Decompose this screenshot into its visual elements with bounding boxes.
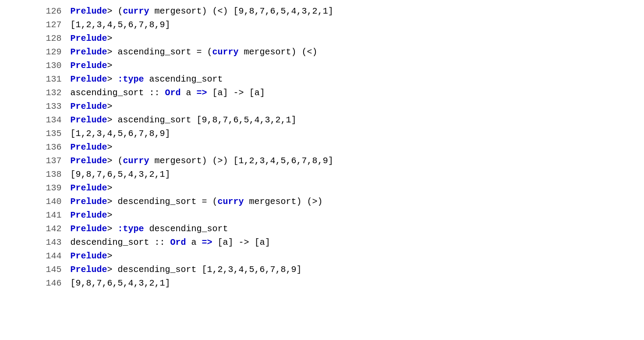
keyword-span: Prelude (71, 156, 107, 166)
line-content: Prelude> (71, 249, 644, 263)
keyword-span: Prelude (71, 115, 107, 125)
normal-span: mergesort) (>) (244, 197, 323, 207)
line-content: Prelude> (curry mergesort) (<) [9,8,7,6,… (71, 4, 644, 18)
normal-span: descending_sort :: (71, 237, 170, 247)
line-number: 141 (0, 208, 71, 222)
line-number: 131 (0, 72, 71, 86)
line-content: Prelude> (71, 181, 644, 195)
line-number: 138 (0, 168, 71, 181)
normal-span: a (181, 88, 197, 98)
keyword-span: :type (118, 224, 144, 234)
keyword-span: Ord (165, 88, 181, 98)
line-content: Prelude> (71, 32, 644, 45)
line-number: 130 (0, 59, 71, 72)
normal-span: ascending_sort :: (71, 88, 165, 98)
table-row: 138[9,8,7,6,5,4,3,2,1] (0, 168, 644, 181)
line-number: 132 (0, 86, 71, 100)
keyword-span: Prelude (71, 33, 107, 43)
keyword-span: curry (123, 156, 149, 166)
table-row: 129Prelude> ascending_sort = (curry merg… (0, 45, 644, 59)
normal-span: > ascending_sort [9,8,7,6,5,4,3,2,1] (107, 115, 297, 125)
table-row: 126Prelude> (curry mergesort) (<) [9,8,7… (0, 4, 644, 18)
normal-span: > (107, 210, 113, 220)
table-row: 136Prelude> (0, 140, 644, 154)
table-row: 130Prelude> (0, 59, 644, 72)
keyword-span: Prelude (71, 224, 107, 234)
normal-span: mergesort) (<) (239, 47, 318, 57)
keyword-span: Prelude (71, 142, 107, 152)
keyword-span: Prelude (71, 251, 107, 261)
normal-span: [9,8,7,6,5,4,3,2,1] (71, 169, 170, 179)
line-number: 133 (0, 100, 71, 113)
line-content: Prelude> (71, 100, 644, 113)
line-content: Prelude> ascending_sort [9,8,7,6,5,4,3,2… (71, 113, 644, 127)
keyword-span: Prelude (71, 101, 107, 111)
line-content: Prelude> (71, 140, 644, 154)
normal-span: > descending_sort [1,2,3,4,5,6,7,8,9] (107, 265, 302, 275)
keyword-span: Prelude (71, 210, 107, 220)
keyword-span: Prelude (71, 74, 107, 84)
line-content: [1,2,3,4,5,6,7,8,9] (71, 127, 644, 140)
keyword-span: curry (123, 6, 149, 16)
line-number: 128 (0, 32, 71, 45)
line-number: 127 (0, 18, 71, 32)
keyword-span: Prelude (71, 61, 107, 71)
line-content: [9,8,7,6,5,4,3,2,1] (71, 168, 644, 181)
fat-arrow-span: => (202, 237, 212, 247)
normal-span: > (107, 224, 118, 234)
line-number: 129 (0, 45, 71, 59)
normal-span: > (107, 61, 113, 71)
normal-span: > (107, 74, 118, 84)
keyword-span: Prelude (71, 197, 107, 207)
normal-span: [1,2,3,4,5,6,7,8,9] (71, 20, 170, 30)
table-row: 141Prelude> (0, 208, 644, 222)
line-content: Prelude> (71, 208, 644, 222)
line-number: 134 (0, 113, 71, 127)
line-content: Prelude> (71, 59, 644, 72)
table-row: 135[1,2,3,4,5,6,7,8,9] (0, 127, 644, 140)
table-row: 132ascending_sort :: Ord a => [a] -> [a] (0, 86, 644, 100)
table-row: 140Prelude> descending_sort = (curry mer… (0, 195, 644, 208)
keyword-span: Prelude (71, 183, 107, 193)
table-row: 145Prelude> descending_sort [1,2,3,4,5,6… (0, 263, 644, 276)
table-row: 146[9,8,7,6,5,4,3,2,1] (0, 276, 644, 290)
keyword-span: Prelude (71, 6, 107, 16)
keyword-span: curry (218, 197, 244, 207)
line-content: Prelude> (curry mergesort) (>) [1,2,3,4,… (71, 154, 644, 168)
normal-span: > ( (107, 6, 123, 16)
normal-span: [1,2,3,4,5,6,7,8,9] (71, 129, 170, 139)
fat-arrow-span: => (197, 88, 207, 98)
line-content: Prelude> descending_sort = (curry merges… (71, 195, 644, 208)
normal-span: > (107, 33, 113, 43)
line-number: 136 (0, 140, 71, 154)
table-row: 131Prelude> :type ascending_sort (0, 72, 644, 86)
table-row: 127[1,2,3,4,5,6,7,8,9] (0, 18, 644, 32)
normal-span: [a] -> [a] (207, 88, 265, 98)
line-content: Prelude> :type descending_sort (71, 222, 644, 236)
line-content: [1,2,3,4,5,6,7,8,9] (71, 18, 644, 32)
line-content: Prelude> :type ascending_sort (71, 72, 644, 86)
line-number: 144 (0, 249, 71, 263)
normal-span: mergesort) (<) [9,8,7,6,5,4,3,2,1] (149, 6, 333, 16)
table-row: 137Prelude> (curry mergesort) (>) [1,2,3… (0, 154, 644, 168)
keyword-span: Prelude (71, 265, 107, 275)
normal-span: > (107, 101, 113, 111)
line-number: 139 (0, 181, 71, 195)
normal-span: > ascending_sort = ( (107, 47, 212, 57)
normal-span: ascending_sort (144, 74, 223, 84)
table-row: 133Prelude> (0, 100, 644, 113)
line-number: 143 (0, 236, 71, 249)
normal-span: > (107, 183, 113, 193)
table-row: 134Prelude> ascending_sort [9,8,7,6,5,4,… (0, 113, 644, 127)
line-number: 142 (0, 222, 71, 236)
table-row: 139Prelude> (0, 181, 644, 195)
normal-span: > ( (107, 156, 123, 166)
line-content: ascending_sort :: Ord a => [a] -> [a] (71, 86, 644, 100)
line-content: descending_sort :: Ord a => [a] -> [a] (71, 236, 644, 249)
keyword-span: curry (212, 47, 239, 57)
line-number: 140 (0, 195, 71, 208)
keyword-span: :type (118, 74, 144, 84)
normal-span: > (107, 251, 113, 261)
normal-span: mergesort) (>) [1,2,3,4,5,6,7,8,9] (149, 156, 333, 166)
line-number: 145 (0, 263, 71, 276)
